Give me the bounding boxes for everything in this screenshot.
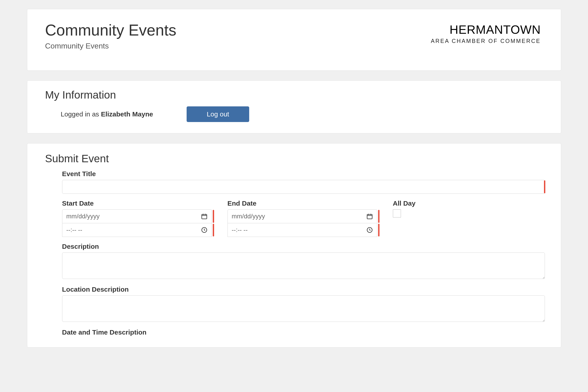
start-date-input[interactable]: mm/dd/yyyy <box>62 210 212 223</box>
end-date-label: End Date <box>228 200 377 207</box>
submit-event-card: Submit Event Event Title Start Date mm/d… <box>27 143 561 348</box>
logout-button[interactable]: Log out <box>186 106 249 122</box>
my-information-card: My Information Logged in as Elizabeth Ma… <box>27 80 561 134</box>
logged-in-prefix: Logged in as <box>61 110 101 118</box>
logo-line-1: HERMANTOWN <box>431 24 541 36</box>
org-logo: HERMANTOWN AREA CHAMBER OF COMMERCE <box>431 22 543 44</box>
all-day-checkbox[interactable] <box>393 210 401 218</box>
start-time-value: --:-- -- <box>66 226 82 234</box>
submit-event-title: Submit Event <box>45 152 543 165</box>
logged-in-username: Elizabeth Mayne <box>101 110 153 118</box>
end-time-input[interactable]: --:-- -- <box>228 223 377 237</box>
header-card: Community Events Community Events HERMAN… <box>27 9 561 70</box>
clock-icon <box>201 226 208 233</box>
event-title-label: Event Title <box>62 170 543 178</box>
clock-icon <box>366 226 373 233</box>
header-text-block: Community Events Community Events <box>45 22 176 50</box>
start-date-label: Start Date <box>62 200 212 207</box>
logged-in-text: Logged in as Elizabeth Mayne <box>61 110 153 118</box>
all-day-label: All Day <box>393 200 416 207</box>
svg-rect-2 <box>367 214 372 219</box>
start-time-input[interactable]: --:-- -- <box>62 223 212 237</box>
datetime-description-label: Date and Time Description <box>62 328 543 336</box>
description-textarea[interactable] <box>62 252 545 279</box>
end-date-input[interactable]: mm/dd/yyyy <box>228 210 377 223</box>
start-date-value: mm/dd/yyyy <box>66 213 100 220</box>
end-time-value: --:-- -- <box>232 226 248 234</box>
calendar-icon <box>201 213 208 220</box>
calendar-icon <box>366 213 373 220</box>
svg-rect-0 <box>202 214 207 219</box>
location-description-label: Location Description <box>62 286 543 293</box>
logo-line-2: AREA CHAMBER OF COMMERCE <box>431 38 541 44</box>
description-label: Description <box>62 243 543 250</box>
my-information-title: My Information <box>45 89 543 101</box>
page-title: Community Events <box>45 22 176 39</box>
event-title-input[interactable] <box>62 180 545 194</box>
location-description-textarea[interactable] <box>62 296 545 322</box>
end-date-value: mm/dd/yyyy <box>232 213 265 220</box>
page-subtitle: Community Events <box>45 42 176 50</box>
